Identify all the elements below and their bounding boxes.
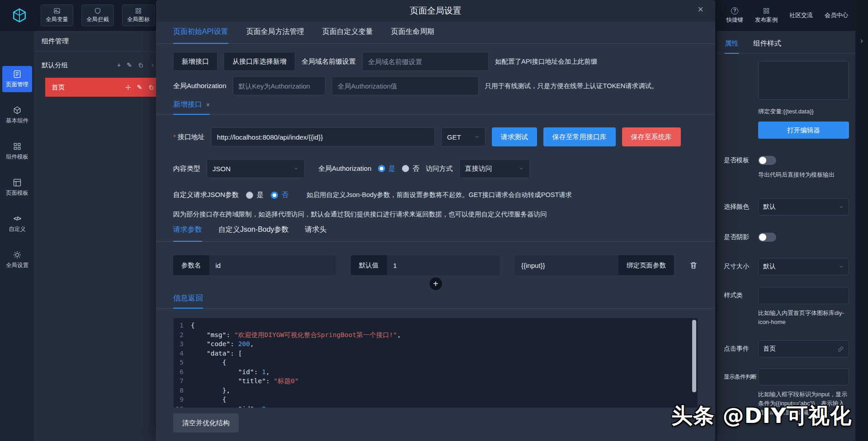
open-editor-button[interactable]: 打开编辑器 xyxy=(758,122,849,139)
param-default-input[interactable] xyxy=(387,255,500,275)
tab-component-style[interactable]: 组件样式 xyxy=(753,39,781,53)
trash-icon[interactable] xyxy=(689,260,698,270)
content-type-select[interactable]: JSON xyxy=(207,159,305,178)
color-value: 默认 xyxy=(763,203,776,211)
auth-yes-radio[interactable]: 是 xyxy=(378,164,396,173)
domain-prefix-input[interactable] xyxy=(362,52,489,71)
rail-item-component-templates[interactable]: 组件模板 xyxy=(2,138,32,164)
auth-no-radio[interactable]: 否 xyxy=(402,164,420,173)
save-to-library-button[interactable]: 保存至常用接口库 xyxy=(543,127,616,146)
param-bind-input[interactable] xyxy=(515,255,618,275)
modal-title: 页面全局设置 xyxy=(410,5,462,17)
tab-lifecycle[interactable]: 页面生命周期 xyxy=(391,27,434,43)
domain-prefix-label: 全局域名前缀设置 xyxy=(302,57,356,66)
is-template-toggle[interactable] xyxy=(758,156,776,165)
add-icon[interactable] xyxy=(117,61,121,69)
community-link[interactable]: 社区交流 xyxy=(789,11,813,19)
tab-json-body-params[interactable]: 自定义Json-Body参数 xyxy=(218,225,289,241)
param-tabs: 请求参数 自定义Json-Body参数 请求头 xyxy=(156,225,715,242)
required-mark: * xyxy=(173,133,176,141)
rail-item-global-settings[interactable]: 全局设置 xyxy=(2,247,32,273)
access-mode-select[interactable]: 直接访问 xyxy=(459,159,530,178)
tab-initial-api[interactable]: 页面初始API设置 xyxy=(173,27,228,44)
is-template-label: 是否模板 xyxy=(724,156,758,164)
global-icons-button[interactable]: 全局图标 xyxy=(122,5,155,26)
app-logo-icon[interactable] xyxy=(12,8,27,23)
tab-properties[interactable]: 属性 xyxy=(725,39,739,54)
click-event-value: 首页 xyxy=(763,345,776,353)
page-global-settings-modal: 页面全局设置 页面初始API设置 页面全局方法管理 页面自定义变量 页面生命周期… xyxy=(156,0,715,441)
link-icon[interactable] xyxy=(837,346,844,352)
scrollbar-thumb[interactable] xyxy=(692,320,696,392)
save-to-system-button[interactable]: 保存至系统库 xyxy=(622,127,681,146)
custom-json-no-radio[interactable]: 否 xyxy=(271,191,288,199)
color-label: 选择颜色 xyxy=(724,203,758,211)
gear-icon xyxy=(13,250,22,259)
param-bind-group: 绑定页面参数 xyxy=(515,255,674,275)
page-name: 首页 xyxy=(52,83,65,92)
membership-link[interactable]: 会员中心 xyxy=(825,11,848,19)
size-select[interactable]: 默认 xyxy=(758,258,849,275)
move-icon[interactable] xyxy=(125,84,131,90)
shadow-label: 是否阴影 xyxy=(724,233,758,241)
shield-icon xyxy=(94,7,101,14)
tab-global-methods[interactable]: 页面全局方法管理 xyxy=(246,27,304,43)
code-editor[interactable]: 1{2 "msg": "欢迎使用DIYGW可视化整合SpringBoot第一个接… xyxy=(173,318,698,408)
style-class-label: 样式类 xyxy=(724,291,758,300)
tab-request-headers[interactable]: 请求头 xyxy=(305,225,327,241)
shortcut-keys-button[interactable]: 快捷键 xyxy=(726,7,744,24)
access-mode-value: 直接访问 xyxy=(465,164,492,173)
from-library-button[interactable]: 从接口库选择新增 xyxy=(224,52,295,71)
color-select[interactable]: 默认 xyxy=(758,198,849,216)
tab-custom-variables[interactable]: 页面自定义变量 xyxy=(322,27,373,43)
new-api-button[interactable]: 新增接口 xyxy=(173,52,217,71)
properties-tabs: 属性 组件样式 xyxy=(717,31,855,54)
bind-page-param-button[interactable]: 绑定页面参数 xyxy=(618,255,674,275)
request-test-button[interactable]: 请求测试 xyxy=(492,127,537,146)
clear-optimize-button[interactable]: 清空并优化结构 xyxy=(173,413,239,432)
rail-item-custom[interactable]: 自定义 xyxy=(2,211,32,237)
authorization-value-input[interactable] xyxy=(332,76,479,95)
global-variable-button[interactable]: 全局变量 xyxy=(41,5,73,26)
subtab-new-api[interactable]: 新增接口 xyxy=(173,100,210,115)
click-event-label: 点击事件 xyxy=(724,345,758,353)
style-class-hint: 比如输入内置首页字体图标库diy-icon-home xyxy=(758,309,849,327)
page-icon xyxy=(13,70,22,79)
copy-icon[interactable] xyxy=(148,84,154,90)
custom-json-yes-radio[interactable]: 是 xyxy=(246,191,264,199)
collapse-chevron-icon[interactable] xyxy=(859,38,865,44)
edit-icon[interactable] xyxy=(127,61,132,69)
rail-item-basic-components[interactable]: 基本组件 xyxy=(2,102,32,128)
rail-item-page-manage[interactable]: 页面管理 xyxy=(2,66,32,92)
properties-panel: 属性 组件样式 绑定变量:{{test.data}} 打开编辑器 是否模板 导出… xyxy=(717,31,855,441)
global-intercept-button[interactable]: 全局拦截 xyxy=(81,5,114,26)
tab-request-params[interactable]: 请求参数 xyxy=(173,225,202,242)
api-address-input[interactable] xyxy=(211,127,435,146)
copy-icon[interactable] xyxy=(138,62,144,68)
layout-grid-icon xyxy=(763,7,770,14)
custom-json-hint: 如启用自定义Json-Body参数，前面设置参数将不起效。GET接口请求会自动转… xyxy=(307,191,572,199)
click-event-input[interactable]: 首页 xyxy=(758,340,849,357)
custom-json-label: 自定义请求JSON参数 xyxy=(173,191,239,199)
shadow-toggle[interactable] xyxy=(758,233,776,242)
chevron-right-icon[interactable] xyxy=(150,62,156,68)
rail-item-label: 基本组件 xyxy=(6,117,28,125)
publish-cases-button[interactable]: 发布案例 xyxy=(755,7,778,24)
image-icon xyxy=(53,7,61,14)
chevron-down-icon xyxy=(293,166,299,171)
close-icon[interactable] xyxy=(206,102,210,108)
rail-item-page-templates[interactable]: 页面模板 xyxy=(2,174,32,201)
close-icon[interactable] xyxy=(698,5,703,14)
method-select[interactable]: GET xyxy=(441,127,486,146)
style-class-input[interactable] xyxy=(758,287,849,304)
condition-input[interactable] xyxy=(758,368,849,385)
size-value: 默认 xyxy=(763,263,776,271)
authorization-key-input[interactable] xyxy=(233,76,326,95)
add-param-button[interactable] xyxy=(429,277,443,291)
content-textarea[interactable] xyxy=(758,61,849,100)
code-editor-lines: 1{2 "msg": "欢迎使用DIYGW可视化整合SpringBoot第一个接… xyxy=(174,321,698,408)
response-title[interactable]: 信息返回 xyxy=(173,293,203,309)
edit-icon[interactable] xyxy=(137,84,142,91)
rail-item-label: 全局设置 xyxy=(6,262,28,269)
param-name-input[interactable] xyxy=(209,255,336,275)
